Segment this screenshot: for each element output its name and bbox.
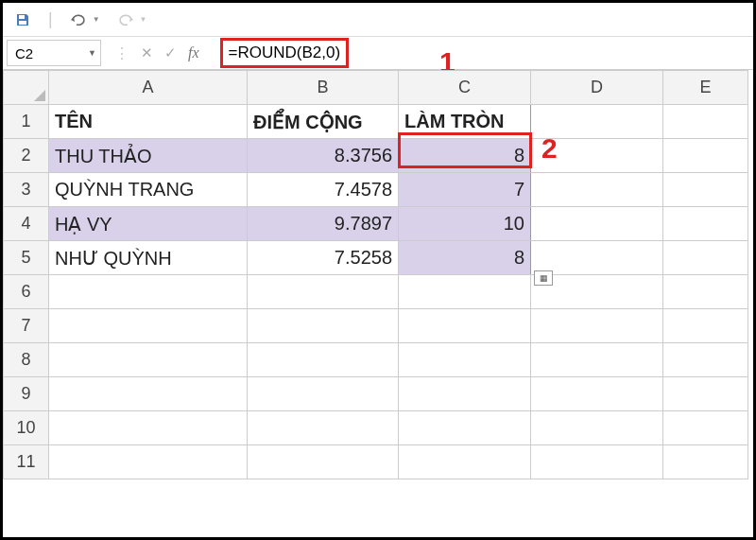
cell-B6[interactable] (248, 275, 399, 309)
cell-C7[interactable] (399, 309, 531, 343)
save-icon[interactable] (14, 11, 31, 28)
undo-dropdown-icon[interactable]: ▼ (93, 15, 100, 24)
formula-highlight-box: =ROUND(B2,0) (220, 38, 350, 68)
cell-B11[interactable] (248, 445, 399, 479)
cell-D7[interactable] (531, 309, 663, 343)
fx-icon[interactable]: fx (188, 44, 207, 61)
cell-D4[interactable] (531, 207, 663, 241)
row-header-11[interactable]: 11 (4, 445, 49, 479)
cell-D8[interactable] (531, 343, 663, 377)
cell-C4[interactable]: 10 (399, 207, 531, 241)
row-header-9[interactable]: 9 (4, 377, 49, 411)
cell-C9[interactable] (399, 377, 531, 411)
row-header-6[interactable]: 6 (4, 275, 49, 309)
cell-B3[interactable]: 7.4578 (248, 173, 399, 207)
cell-D9[interactable] (531, 377, 663, 411)
cell-E3[interactable] (663, 173, 748, 207)
cell-E4[interactable] (663, 207, 748, 241)
cell-D11[interactable] (531, 445, 663, 479)
formula-bar-buttons: ⋮ ✕ ✓ fx (101, 44, 220, 62)
cell-E5[interactable] (663, 241, 748, 275)
formula-input[interactable]: =ROUND(B2,0) (223, 41, 347, 65)
name-box[interactable]: C2 ▼ (7, 40, 101, 66)
svg-rect-1 (19, 21, 26, 25)
cell-B5[interactable]: 7.5258 (248, 241, 399, 275)
cell-B4[interactable]: 9.7897 (248, 207, 399, 241)
column-header-C[interactable]: C (399, 71, 531, 105)
cell-D3[interactable] (531, 173, 663, 207)
enter-icon[interactable]: ✓ (164, 44, 177, 61)
cell-D10[interactable] (531, 411, 663, 445)
cell-C6[interactable] (399, 275, 531, 309)
cell-reference: C2 (15, 45, 33, 61)
cell-E2[interactable] (663, 139, 748, 173)
callout-2: 2 (541, 132, 558, 165)
cell-E11[interactable] (663, 445, 748, 479)
svg-rect-0 (19, 15, 25, 19)
column-header-E[interactable]: E (663, 71, 748, 105)
row-header-4[interactable]: 4 (4, 207, 49, 241)
cell-A4[interactable]: HẠ VY (49, 207, 248, 241)
column-header-B[interactable]: B (248, 71, 399, 105)
cell-C3[interactable]: 7 (399, 173, 531, 207)
undo-icon[interactable] (70, 11, 87, 28)
cell-B8[interactable] (248, 343, 399, 377)
row-header-2[interactable]: 2 (4, 139, 49, 173)
column-header-D[interactable]: D (531, 71, 663, 105)
separator: | (48, 9, 53, 29)
row-header-7[interactable]: 7 (4, 309, 49, 343)
cell-E6[interactable] (663, 275, 748, 309)
redo-icon[interactable] (117, 11, 134, 28)
select-all-corner[interactable] (4, 71, 49, 105)
cell-E8[interactable] (663, 343, 748, 377)
cell-C2[interactable]: 8 (399, 139, 531, 173)
column-header-A[interactable]: A (49, 71, 248, 105)
cell-A7[interactable] (49, 309, 248, 343)
cell-B1[interactable]: ĐIỂM CỘNG (248, 105, 399, 139)
row-header-10[interactable]: 10 (4, 411, 49, 445)
cell-C1[interactable]: LÀM TRÒN (399, 105, 531, 139)
cell-A6[interactable] (49, 275, 248, 309)
cell-B10[interactable] (248, 411, 399, 445)
cell-A8[interactable] (49, 343, 248, 377)
cell-B2[interactable]: 8.3756 (248, 139, 399, 173)
autofill-options-icon[interactable]: ▦ (534, 270, 553, 286)
cell-B9[interactable] (248, 377, 399, 411)
cell-E1[interactable] (663, 105, 748, 139)
cell-A1[interactable]: TÊN (49, 105, 248, 139)
cell-C5[interactable]: 8 (399, 241, 531, 275)
cell-E10[interactable] (663, 411, 748, 445)
cell-A11[interactable] (49, 445, 248, 479)
row-header-8[interactable]: 8 (4, 343, 49, 377)
cell-B7[interactable] (248, 309, 399, 343)
cell-A9[interactable] (49, 377, 248, 411)
spreadsheet-grid: A B C D E 1 TÊN ĐIỂM CỘNG LÀM TRÒN 2 THU… (3, 70, 753, 479)
cell-C11[interactable] (399, 445, 531, 479)
cell-E9[interactable] (663, 377, 748, 411)
redo-dropdown-icon[interactable]: ▼ (140, 15, 147, 24)
formula-bar: C2 ▼ ⋮ ✕ ✓ fx =ROUND(B2,0) 1 (3, 36, 753, 70)
quick-access-toolbar: | ▼ ▼ (3, 3, 753, 36)
cell-C8[interactable] (399, 343, 531, 377)
row-header-3[interactable]: 3 (4, 173, 49, 207)
cell-E7[interactable] (663, 309, 748, 343)
name-box-dropdown-icon[interactable]: ▼ (88, 48, 96, 58)
cell-A3[interactable]: QUỲNH TRANG (49, 173, 248, 207)
cell-A2[interactable]: THU THẢO (49, 139, 248, 173)
cell-A10[interactable] (49, 411, 248, 445)
cell-A5[interactable]: NHƯ QUỲNH (49, 241, 248, 275)
cancel-icon[interactable]: ✕ (141, 44, 153, 61)
cell-C10[interactable] (399, 411, 531, 445)
row-header-5[interactable]: 5 (4, 241, 49, 275)
row-header-1[interactable]: 1 (4, 105, 49, 139)
